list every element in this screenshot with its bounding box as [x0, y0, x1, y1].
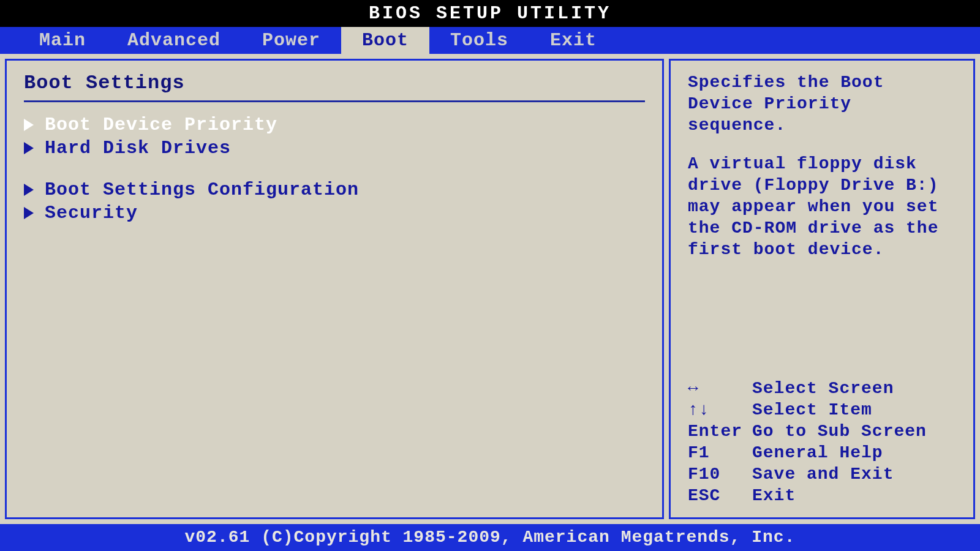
divider: [24, 100, 645, 102]
menu-item-label: Security: [45, 203, 138, 223]
help-paragraph: A virtual floppy disk drive (Floppy Driv…: [688, 153, 956, 260]
key-name: F10: [688, 463, 752, 485]
menu-item-hard-disk-drives[interactable]: Hard Disk Drives: [24, 137, 645, 160]
tab-boot[interactable]: Boot: [341, 27, 429, 54]
tab-power[interactable]: Power: [241, 27, 341, 54]
key-hint: ↔ Select Screen: [688, 378, 956, 399]
tab-tools[interactable]: Tools: [429, 27, 529, 54]
key-hint: ESC Exit: [688, 485, 956, 506]
key-name: ESC: [688, 485, 752, 506]
key-name: F1: [688, 442, 752, 463]
menu-item-boot-device-priority[interactable]: Boot Device Priority: [24, 113, 645, 137]
menu-item-label: Hard Disk Drives: [45, 138, 231, 159]
tab-exit[interactable]: Exit: [529, 27, 617, 54]
footer-copyright: v02.61 (C)Copyright 1985-2009, American …: [0, 524, 980, 551]
spacer: [688, 136, 956, 153]
main-panel: Boot Settings Boot Device Priority Hard …: [5, 59, 664, 519]
bios-screen: BIOS SETUP UTILITY Main Advanced Power B…: [0, 0, 980, 551]
key-hint: F1 General Help: [688, 442, 956, 463]
key-name: ↔: [688, 378, 752, 399]
key-hint: Enter Go to Sub Screen: [688, 421, 956, 442]
submenu-arrow-icon: [24, 184, 34, 196]
help-panel: Specifies the Boot Device Priority seque…: [669, 59, 975, 519]
menu-item-label: Boot Settings Configuration: [45, 179, 359, 200]
key-name: Enter: [688, 421, 752, 442]
menu-item-label: Boot Device Priority: [45, 114, 277, 135]
section-title: Boot Settings: [24, 72, 645, 97]
work-area: Boot Settings Boot Device Priority Hard …: [0, 54, 980, 524]
spacer: [688, 260, 956, 378]
key-hint: ↑↓ Select Item: [688, 399, 956, 421]
key-name: ↑↓: [688, 399, 752, 421]
submenu-arrow-icon: [24, 142, 34, 154]
key-desc: Exit: [752, 485, 796, 506]
tab-advanced[interactable]: Advanced: [107, 27, 241, 54]
help-paragraph: Specifies the Boot Device Priority seque…: [688, 72, 956, 136]
app-title: BIOS SETUP UTILITY: [0, 0, 980, 27]
key-hint: F10 Save and Exit: [688, 463, 956, 485]
key-desc: Select Screen: [752, 378, 894, 399]
menu-item-boot-settings-configuration[interactable]: Boot Settings Configuration: [24, 178, 645, 201]
key-desc: Select Item: [752, 399, 872, 421]
submenu-arrow-icon: [24, 119, 34, 131]
key-desc: General Help: [752, 442, 883, 463]
menu-bar: Main Advanced Power Boot Tools Exit: [0, 27, 980, 54]
key-desc: Go to Sub Screen: [752, 421, 927, 442]
menu-item-security[interactable]: Security: [24, 201, 645, 225]
key-hint-list: ↔ Select Screen ↑↓ Select Item Enter Go …: [688, 378, 956, 506]
spacer: [24, 160, 645, 178]
tab-main[interactable]: Main: [18, 27, 107, 54]
submenu-arrow-icon: [24, 207, 34, 219]
key-desc: Save and Exit: [752, 463, 894, 485]
